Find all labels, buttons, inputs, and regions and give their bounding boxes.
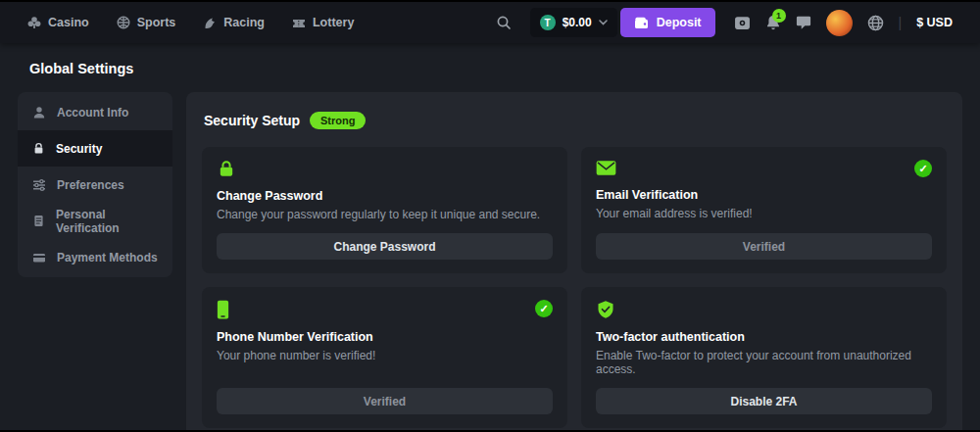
card-description: Your email address is verified!: [596, 207, 932, 220]
nav-item-lottery[interactable]: Lottery: [292, 16, 354, 29]
nav-item-label: Lottery: [313, 16, 354, 29]
nav-item-sports[interactable]: Sports: [117, 16, 176, 29]
card-description: Your phone number is verified!: [217, 349, 553, 362]
phone-verified-button: Verified: [217, 388, 553, 414]
nav-item-casino[interactable]: Casino: [27, 16, 89, 29]
sliders-icon: [32, 178, 46, 192]
navbar-actions: T $0.00 Deposit 1: [496, 8, 953, 37]
card-description: Change your password regularly to keep i…: [217, 208, 553, 221]
verified-check-icon: [914, 160, 932, 177]
lock-icon: [32, 142, 45, 155]
avatar[interactable]: [826, 10, 853, 36]
deposit-button[interactable]: Deposit: [620, 8, 715, 37]
tether-coin-icon: T: [540, 15, 556, 30]
card-title: Phone Number Verification: [217, 330, 553, 344]
card-title: Email Verification: [596, 188, 932, 202]
sidebar-item-security[interactable]: Security: [18, 130, 172, 167]
vault-icon: [734, 16, 751, 30]
notifications-button[interactable]: 1: [765, 15, 781, 30]
security-card-change-password: Change Password Change your password reg…: [202, 147, 567, 273]
nav-item-label: Casino: [48, 16, 89, 29]
sidebar-item-label: Personal Verification: [56, 208, 158, 235]
top-navbar: Casino Sports Racing Lottery: [0, 2, 980, 43]
chat-icon: [796, 15, 811, 30]
padlock-icon: [217, 160, 236, 178]
verified-check-icon: [535, 300, 553, 317]
chevron-down-icon: [599, 20, 608, 25]
change-password-button[interactable]: Change Password: [217, 233, 553, 260]
globe-icon: [867, 15, 884, 31]
settings-page: Global Settings Account Info Security Pr: [0, 43, 980, 432]
search-icon: [496, 15, 512, 30]
sidebar-item-account-info[interactable]: Account Info: [18, 94, 172, 130]
notification-badge: 1: [772, 9, 786, 23]
sidebar-item-personal-verification[interactable]: Personal Verification: [18, 203, 172, 239]
lottery-icon: [292, 16, 306, 29]
sports-icon: [117, 16, 130, 29]
wallet-icon: [634, 17, 649, 29]
casino-icon: [27, 16, 41, 29]
sidebar-item-label: Security: [56, 142, 102, 156]
wallet-group: T $0.00 Deposit: [530, 8, 715, 37]
sidebar-item-preferences[interactable]: Preferences: [18, 167, 172, 203]
search-button[interactable]: [496, 15, 512, 30]
page-title: Global Settings: [29, 61, 962, 76]
divider: |: [899, 15, 903, 30]
security-card-2fa: Two-factor authentication Enable Two-fac…: [581, 287, 947, 428]
currency-selector[interactable]: $ USD: [916, 16, 953, 29]
chat-button[interactable]: [796, 15, 811, 30]
card-title: Change Password: [217, 189, 553, 203]
sidebar-item-label: Preferences: [57, 178, 124, 192]
deposit-label: Deposit: [657, 16, 702, 29]
strength-badge: Strong: [310, 112, 366, 129]
balance-amount: $0.00: [563, 16, 592, 29]
nav-item-label: Racing: [223, 16, 265, 29]
settings-sidebar: Account Info Security Preferences Person…: [18, 92, 172, 277]
security-cards-grid: Change Password Change your password reg…: [202, 147, 947, 428]
nav-item-label: Sports: [137, 16, 176, 29]
envelope-icon: [596, 160, 616, 176]
sidebar-item-label: Payment Methods: [57, 251, 158, 264]
disable-2fa-button[interactable]: Disable 2FA: [596, 388, 932, 414]
security-panel: Security Setup Strong Change Password Ch…: [186, 92, 962, 432]
sidebar-item-label: Account Info: [57, 106, 128, 120]
primary-nav: Casino Sports Racing Lottery: [27, 16, 354, 29]
security-card-email: Email Verification Your email address is…: [581, 147, 947, 273]
shield-icon: [596, 300, 615, 319]
document-icon: [32, 215, 45, 227]
nav-item-racing[interactable]: Racing: [203, 16, 265, 29]
racing-icon: [203, 16, 217, 29]
card-icon: [32, 251, 46, 264]
language-button[interactable]: [867, 15, 884, 31]
user-icon: [32, 106, 46, 120]
card-description: Enable Two-factor to protect your accoun…: [596, 349, 932, 376]
security-card-phone: Phone Number Verification Your phone num…: [202, 287, 567, 428]
phone-icon: [217, 300, 229, 319]
card-title: Two-factor authentication: [596, 330, 932, 344]
sidebar-item-payment-methods[interactable]: Payment Methods: [18, 239, 172, 275]
panel-title: Security Setup: [204, 113, 300, 128]
vault-button[interactable]: [734, 16, 751, 30]
email-verified-button: Verified: [596, 233, 932, 260]
balance-pill[interactable]: T $0.00: [530, 8, 617, 37]
